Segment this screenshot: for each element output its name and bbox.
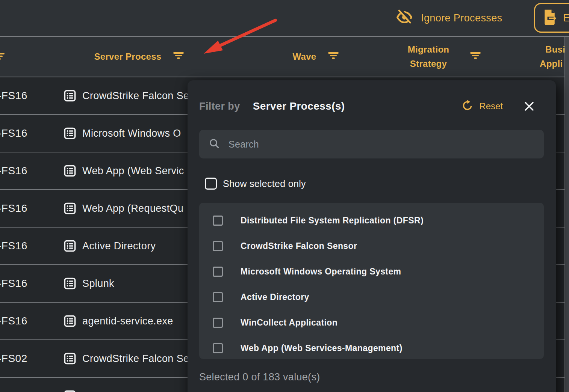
reset-icon bbox=[461, 100, 473, 113]
show-selected-checkbox[interactable] bbox=[205, 178, 217, 190]
process-list-icon bbox=[63, 351, 77, 367]
server-name: -FS16 bbox=[0, 152, 27, 189]
filter-option-row[interactable]: Microsoft Windows Operating System bbox=[199, 259, 544, 284]
table-header: Server Process Wave Migration Strate bbox=[0, 37, 569, 77]
process-list-icon bbox=[63, 276, 77, 292]
server-name: -FS16 bbox=[0, 190, 27, 227]
process-name: Web App (RequestQu bbox=[82, 190, 183, 227]
server-name: -FS02 bbox=[0, 340, 27, 377]
filter-option-row[interactable]: CrowdStrike Falcon Sensor bbox=[199, 233, 544, 259]
close-button[interactable] bbox=[522, 100, 536, 113]
search-icon bbox=[208, 137, 220, 151]
export-button[interactable]: E bbox=[534, 3, 569, 33]
search-input[interactable] bbox=[228, 139, 522, 150]
file-export-icon bbox=[541, 8, 558, 28]
vertical-scrollbar[interactable] bbox=[564, 37, 569, 392]
process-list-icon bbox=[63, 389, 77, 392]
ignore-processes-button[interactable]: Ignore Processes bbox=[395, 0, 502, 36]
filter-option-row[interactable]: Distributed File System Replication (DFS… bbox=[199, 208, 544, 233]
process-name: agentid-service.exe bbox=[82, 303, 173, 339]
filter-by-label: Filter by bbox=[199, 101, 240, 112]
show-selected-label: Show selected only bbox=[223, 178, 306, 189]
column-label-server-process: Server Process bbox=[94, 51, 162, 62]
process-name: Web App (Web Servic bbox=[82, 152, 184, 189]
option-checkbox[interactable] bbox=[213, 292, 223, 302]
process-name: CrowdStrike Falcon Se bbox=[82, 340, 189, 377]
reset-button[interactable]: Reset bbox=[461, 100, 503, 113]
option-label: Active Directory bbox=[241, 292, 309, 302]
process-name: Splunk bbox=[82, 265, 114, 302]
topbar: Ignore Processes E bbox=[0, 0, 569, 37]
reset-label: Reset bbox=[479, 101, 503, 112]
eye-off-icon bbox=[395, 9, 413, 27]
app-root: Ignore Processes E bbox=[0, 0, 569, 392]
filter-icon-left-column[interactable] bbox=[0, 52, 5, 62]
option-label: Web App (Web Services-Management) bbox=[241, 343, 403, 353]
process-list-icon bbox=[63, 89, 77, 104]
option-label: WinCollect Application bbox=[241, 318, 337, 328]
filter-options: Distributed File System Replication (DFS… bbox=[199, 203, 544, 359]
option-checkbox[interactable] bbox=[213, 318, 223, 328]
process-list-icon bbox=[63, 201, 77, 217]
filter-option-row[interactable]: Active Directory bbox=[199, 284, 544, 310]
filter-dialog-title: Server Process(s) bbox=[253, 100, 345, 112]
ignore-processes-label: Ignore Processes bbox=[421, 12, 502, 24]
process-name: Microsoft Windows O bbox=[82, 115, 181, 152]
process-list-icon bbox=[63, 126, 77, 142]
process-list-icon bbox=[63, 164, 77, 179]
column-label-migration-strategy: Migration Strategy bbox=[398, 42, 459, 71]
column-header-wave: Wave bbox=[274, 37, 357, 77]
filter-dialog: Filter by Server Process(s) Reset bbox=[188, 80, 556, 392]
process-list-icon bbox=[63, 314, 77, 330]
server-name: -FS16 bbox=[0, 303, 27, 339]
server-name: -FS16 bbox=[0, 265, 27, 302]
option-label: CrowdStrike Falcon Sensor bbox=[241, 241, 357, 251]
option-checkbox[interactable] bbox=[213, 267, 223, 277]
process-name: Active Directory bbox=[82, 228, 156, 264]
export-button-label: E bbox=[563, 12, 569, 24]
server-name: -FS16 bbox=[0, 77, 27, 114]
process-list-icon bbox=[63, 239, 77, 255]
filter-option-row[interactable]: WinCollect Application bbox=[199, 310, 544, 335]
server-name: -FS16 bbox=[0, 228, 27, 264]
option-checkbox[interactable] bbox=[213, 241, 223, 251]
option-checkbox[interactable] bbox=[213, 343, 223, 353]
search-box bbox=[199, 130, 544, 158]
column-header-server-process: Server Process bbox=[60, 37, 218, 77]
option-label: Microsoft Windows Operating System bbox=[241, 267, 401, 277]
filter-icon-wave[interactable] bbox=[328, 51, 339, 62]
option-checkbox[interactable] bbox=[213, 216, 223, 226]
column-header-migration-strategy: Migration Strategy bbox=[387, 37, 492, 77]
filter-option-row[interactable]: Web App (Web Services-Management) bbox=[199, 335, 544, 361]
show-selected-only: Show selected only bbox=[205, 178, 306, 190]
filter-icon-migration-strategy[interactable] bbox=[470, 51, 481, 62]
process-name: CrowdStrike Falcon Se bbox=[82, 77, 189, 114]
close-icon bbox=[523, 100, 535, 112]
column-label-wave: Wave bbox=[292, 51, 316, 62]
option-label: Distributed File System Replication (DFS… bbox=[241, 216, 424, 226]
filter-dialog-header: Filter by Server Process(s) Reset bbox=[199, 97, 544, 116]
filter-icon-server-process[interactable] bbox=[173, 51, 184, 62]
selection-status: Selected 0 of 183 value(s) bbox=[199, 371, 320, 383]
server-name: -FS16 bbox=[0, 115, 27, 152]
